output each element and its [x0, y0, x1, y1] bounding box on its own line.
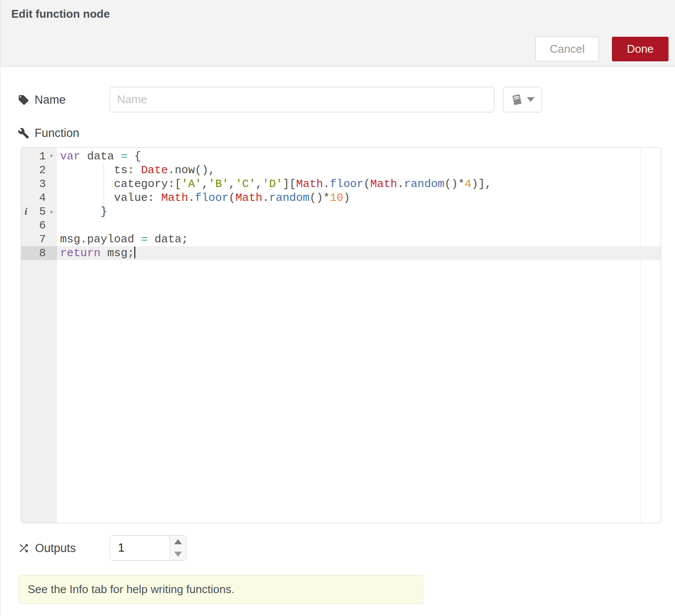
- info-annotation-icon: i: [21, 205, 31, 219]
- line-number: 2: [31, 163, 46, 177]
- gutter-cell-3: 3: [21, 177, 57, 191]
- arrow-down-icon: [174, 552, 182, 557]
- code-line-3[interactable]: category:['A','B','C','D'][Math.floor(Ma…: [57, 177, 661, 191]
- code-line-7[interactable]: msg.payload = data;: [57, 232, 661, 246]
- edit-function-node-dialog: Edit function node Cancel Done Name Func…: [0, 0, 675, 616]
- code-editor[interactable]: 1▾var data = {2 ts: Date.now(),3 categor…: [21, 147, 661, 523]
- editor-line-4[interactable]: 4 value: Math.floor(Math.random()*10): [21, 191, 661, 205]
- done-button[interactable]: Done: [612, 37, 669, 61]
- gutter-cell-8: 8: [21, 246, 57, 260]
- dialog-titlebar: Edit function node: [0, 0, 675, 28]
- spinner-down-button[interactable]: [170, 548, 186, 561]
- arrow-up-icon: [174, 539, 182, 544]
- spinner-buttons: [169, 536, 186, 560]
- line-number: 4: [31, 191, 46, 205]
- gutter-cell-1: 1▾: [21, 149, 57, 163]
- editor-line-1[interactable]: 1▾var data = {: [21, 149, 661, 163]
- spinner-up-button[interactable]: [170, 536, 186, 548]
- shuffle-icon: [18, 542, 30, 554]
- outputs-label-group: Outputs: [18, 538, 76, 559]
- line-number: 7: [31, 232, 46, 246]
- code-line-1[interactable]: var data = {: [57, 149, 661, 163]
- function-label: Function: [35, 127, 80, 140]
- text-cursor: [134, 247, 135, 258]
- name-label-group: Name: [18, 88, 66, 112]
- fold-end-icon[interactable]: ▴: [46, 205, 57, 219]
- code-line-8[interactable]: return msg;: [57, 246, 661, 260]
- chevron-down-icon: [527, 97, 535, 102]
- outputs-spinner: [110, 535, 186, 561]
- outputs-label: Outputs: [35, 542, 76, 555]
- line-number: 5: [31, 205, 46, 219]
- code-line-2[interactable]: ts: Date.now(),: [57, 163, 661, 177]
- info-tip: See the Info tab for help writing functi…: [19, 575, 423, 604]
- gutter-cell-6: 6: [21, 219, 57, 232]
- wrench-icon: [18, 127, 29, 139]
- editor-line-6[interactable]: 6: [21, 219, 661, 232]
- library-button[interactable]: [503, 87, 542, 112]
- line-number: 6: [31, 219, 46, 232]
- book-icon: [510, 93, 523, 106]
- outputs-input[interactable]: [110, 536, 169, 560]
- line-number: 8: [31, 246, 46, 260]
- code-line-6[interactable]: [57, 219, 661, 232]
- gutter-cell-4: 4: [21, 191, 57, 205]
- function-label-group: Function: [18, 124, 80, 142]
- line-number: 1: [31, 149, 46, 163]
- tag-icon: [18, 94, 29, 106]
- gutter-cell-5: i5▴: [21, 205, 57, 219]
- gutter-cell-7: 7: [21, 232, 57, 246]
- line-number: 3: [31, 177, 46, 191]
- name-label: Name: [35, 93, 66, 107]
- editor-line-7[interactable]: 7msg.payload = data;: [21, 232, 661, 246]
- name-input[interactable]: [110, 87, 494, 112]
- gutter-cell-2: 2: [21, 163, 57, 177]
- dialog-toolbar: Cancel Done: [0, 29, 675, 67]
- editor-line-2[interactable]: 2 ts: Date.now(),: [21, 163, 661, 177]
- dialog-title: Edit function node: [0, 0, 675, 28]
- editor-line-8[interactable]: 8return msg;: [21, 246, 661, 260]
- code-line-5[interactable]: }: [57, 205, 661, 219]
- editor-line-3[interactable]: 3 category:['A','B','C','D'][Math.floor(…: [21, 177, 661, 191]
- fold-open-icon[interactable]: ▾: [46, 149, 57, 163]
- info-tip-text: See the Info tab for help writing functi…: [28, 583, 234, 596]
- editor-line-5[interactable]: i5▴ }: [21, 205, 661, 219]
- code-line-4[interactable]: value: Math.floor(Math.random()*10): [57, 191, 661, 205]
- cancel-button[interactable]: Cancel: [535, 37, 599, 61]
